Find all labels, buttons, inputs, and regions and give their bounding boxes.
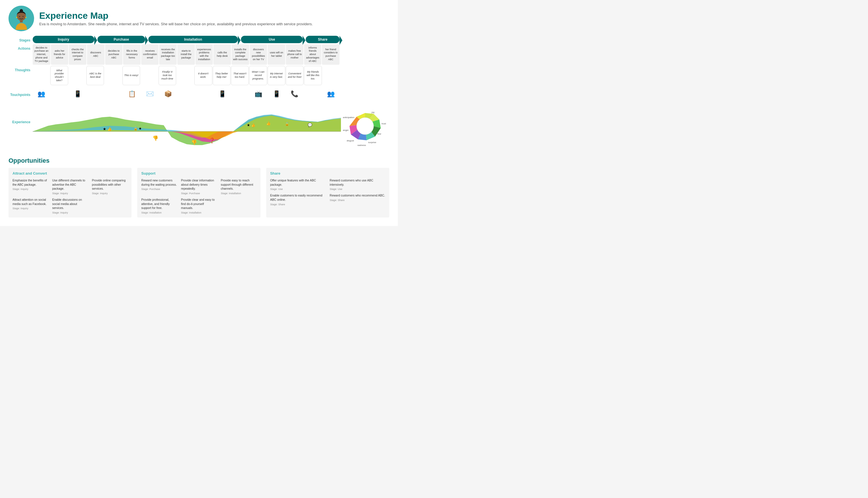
opp-support: Support Reward new customers during the … [137, 168, 260, 218]
thought-12: That wasn't too hard. [231, 66, 248, 85]
opp-share-title: Share [270, 171, 385, 175]
touch-12 [232, 86, 249, 102]
touch-8: 📦 [159, 86, 177, 102]
stage-purchase: Purchase [98, 36, 145, 43]
svg-text:★: ★ [103, 127, 106, 131]
touchpoints-label: Touchpoints [9, 92, 33, 97]
action-17: her friend considers to purchase ABC [322, 44, 340, 65]
thought-2: What provider should I take? [50, 66, 68, 85]
opp-support-4: Provide professional, attentive, and fri… [141, 198, 177, 214]
svg-text:★: ★ [247, 123, 250, 127]
svg-text:trust: trust [382, 122, 386, 125]
action-10: experiences problems with the installati… [195, 44, 213, 65]
opp-attract-title: Attract and Convert [13, 171, 128, 175]
thoughts-cells: What provider should I take? ABC is the … [33, 66, 340, 85]
svg-text:sadness: sadness [357, 144, 366, 146]
opp-item-3: Provide online comparing possibilities w… [92, 178, 128, 195]
thought-10: It doesn't work. [194, 66, 212, 85]
stage-inquiry: Inquiry [33, 36, 94, 43]
opp-support-1: Reward new customers during the waiting … [141, 178, 177, 195]
svg-text:👍: 👍 [251, 123, 255, 128]
thoughts-row: Thoughts What provider should I take? AB… [9, 66, 389, 85]
action-4: discovers ABC [87, 44, 104, 65]
action-14: uses wifi on her tablet [268, 44, 285, 65]
action-5: decides to purchase ABC [105, 44, 123, 65]
opp-support-items: Reward new customers during the waiting … [141, 178, 256, 214]
svg-text:💬: 💬 [308, 122, 312, 128]
opp-share-2: Reward customers who use ABC intensively… [330, 178, 385, 191]
opp-item-4: Attract attention on social media such a… [13, 198, 48, 214]
stages-label: Stages [9, 37, 33, 42]
stage-installation: Installation [148, 36, 238, 43]
action-15: makes free phone call to mother [286, 44, 304, 65]
touch-7: ✉️ [141, 86, 159, 102]
touch-14: 📱 [268, 86, 285, 102]
header: Experience Map Eva is moving to Amsterda… [9, 6, 389, 31]
action-3: checks the internet to compare prices [69, 44, 86, 65]
touch-3: 📱 [69, 86, 86, 102]
svg-text:👍: 👍 [266, 121, 271, 126]
experience-label: Experience [9, 103, 33, 124]
svg-text:🔒: 🔒 [285, 121, 289, 126]
opp-support-2: Provide clear information about delivery… [181, 178, 217, 195]
actions-label: Actions [9, 44, 33, 51]
thoughts-label: Thoughts [9, 66, 33, 72]
opportunities-section: Opportunities Attract and Convert Emphas… [9, 154, 389, 218]
touch-16 [304, 86, 322, 102]
svg-text:disgust: disgust [347, 140, 354, 142]
stages-cells: Inquiry Purchase Installation Use Share [33, 36, 389, 43]
svg-text:anger: anger [343, 129, 349, 131]
svg-text:anticipation: anticipation [343, 116, 354, 119]
touchpoints-row: Touchpoints 👥 📱 📋 ✉️ 📦 📱 📺 📱 📞 👥 [9, 86, 389, 102]
emotion-wheel: joy trust fear surprise sadness disgust … [341, 103, 389, 148]
action-7: receives confirmation email [141, 44, 159, 65]
experience-chart: 👎 👎 ❓ ★ 👍 🔒 ★ ★ 👍 👍 [33, 103, 341, 148]
svg-point-6 [16, 17, 17, 18]
opp-item-5: Enable discussions on social media about… [52, 198, 88, 214]
svg-text:joy: joy [371, 111, 374, 114]
touch-4 [87, 86, 104, 102]
svg-point-5 [23, 16, 24, 17]
opp-share-items: Offer unique features with the ABC packa… [270, 178, 385, 206]
touch-11: 📱 [213, 86, 231, 102]
thought-11: They better help me! [213, 66, 230, 85]
svg-rect-3 [20, 20, 23, 23]
svg-point-4 [19, 16, 20, 17]
svg-point-21 [357, 118, 374, 134]
action-13: discovers new possibilities on her TV [250, 44, 267, 65]
map-container: Stages Inquiry Purchase Installation Use [9, 36, 389, 148]
thought-15: Convenient and for free! [286, 66, 304, 85]
avatar [9, 6, 34, 31]
svg-point-7 [25, 17, 26, 18]
touchpoints-cells: 👥 📱 📋 ✉️ 📦 📱 📺 📱 📞 👥 [33, 86, 340, 102]
opp-share: Share Offer unique features with the ABC… [266, 168, 389, 218]
thought-13: Wow! I can record programs. [249, 66, 267, 85]
svg-text:👎: 👎 [153, 135, 158, 141]
svg-text:fear: fear [377, 133, 381, 135]
thought-7 [141, 66, 158, 85]
opp-share-4: Reward customers who recommend ABC. Stag… [330, 193, 385, 206]
thought-9 [177, 66, 194, 85]
opp-item-1: Emphasize the benefits of the ABC packag… [13, 178, 48, 195]
touch-10 [195, 86, 213, 102]
opp-attract-items: Emphasize the benefits of the ABC packag… [13, 178, 128, 214]
thought-17 [322, 66, 340, 85]
action-8: receives the installation package too la… [159, 44, 177, 65]
touch-15: 📞 [286, 86, 304, 102]
actions-cells: decides to purchase an internet, phone a… [33, 44, 340, 65]
touch-2 [51, 86, 68, 102]
svg-text:👎: 👎 [191, 140, 197, 146]
experience-section: Experience [9, 103, 389, 148]
svg-text:★: ★ [139, 126, 141, 131]
action-1: decides to purchase an internet, phone a… [33, 44, 50, 65]
stage-share: Share [306, 36, 340, 43]
opp-support-5: Provide clear and easy to find do-it-you… [181, 198, 217, 214]
thought-16: My friends will like this too. [304, 66, 322, 85]
action-12: installs the complete package with succe… [232, 44, 249, 65]
opp-attract-convert: Attract and Convert Emphasize the benefi… [9, 168, 131, 218]
touch-9 [177, 86, 195, 102]
svg-text:🔒: 🔒 [133, 126, 138, 131]
opp-share-3: Enable customers to easily recommend ABC… [270, 193, 326, 206]
stages-row: Stages Inquiry Purchase Installation Use [9, 36, 389, 43]
opp-support-3: Provide easy to reach support through di… [221, 178, 257, 195]
